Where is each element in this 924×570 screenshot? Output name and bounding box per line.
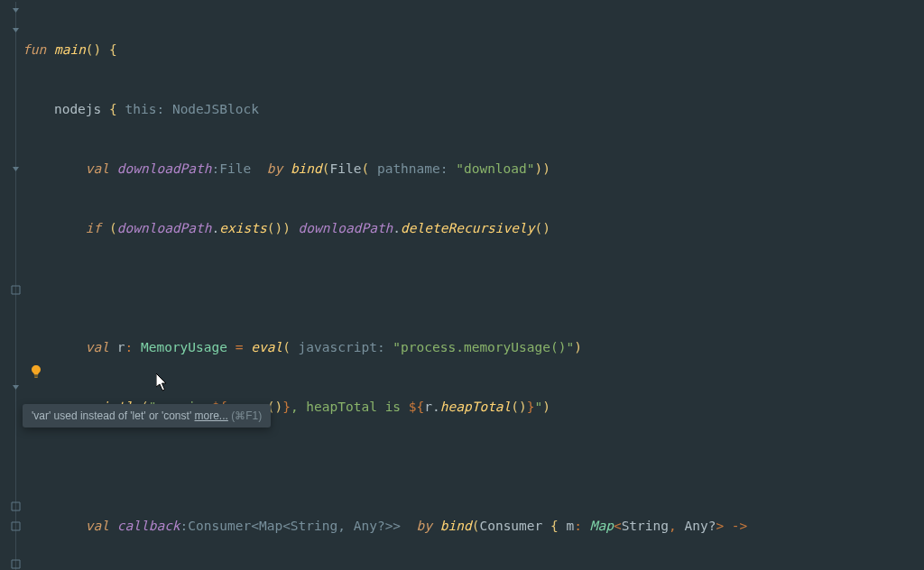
fold-icon[interactable] — [11, 25, 21, 35]
fold-end-icon[interactable] — [11, 559, 21, 569]
inspection-tooltip: 'var' used instead of 'let' or 'const' m… — [23, 404, 271, 428]
code-line[interactable]: fun main() { — [23, 40, 924, 60]
tooltip-shortcut: (⌘F1) — [228, 409, 262, 422]
code-line[interactable]: val callback:Consumer<Map<String, Any?>>… — [23, 516, 924, 536]
code-line[interactable]: nodejs { this: NodeJSBlock — [23, 99, 924, 119]
code-editor[interactable]: fun main() { nodejs { this: NodeJSBlock … — [0, 0, 924, 570]
code-line[interactable] — [23, 278, 924, 298]
fold-end-icon[interactable] — [11, 285, 21, 295]
code-line[interactable]: if (downloadPath.exists()) downloadPath.… — [23, 218, 924, 238]
fold-icon[interactable] — [11, 164, 21, 174]
tooltip-more-link[interactable]: more... — [195, 409, 228, 422]
code-line[interactable]: val downloadPath:File by bind(File( path… — [23, 159, 924, 179]
fold-icon[interactable] — [11, 382, 21, 392]
gutter — [0, 0, 23, 570]
code-area[interactable]: fun main() { nodejs { this: NodeJSBlock … — [23, 0, 924, 570]
fold-end-icon[interactable] — [11, 521, 21, 531]
fold-icon[interactable] — [11, 5, 21, 15]
fold-end-icon[interactable] — [11, 501, 21, 511]
tooltip-text: 'var' used instead of 'let' or 'const' — [32, 409, 195, 422]
code-line[interactable] — [23, 456, 924, 476]
code-line[interactable]: val r: MemoryUsage = eval( javascript: "… — [23, 337, 924, 357]
